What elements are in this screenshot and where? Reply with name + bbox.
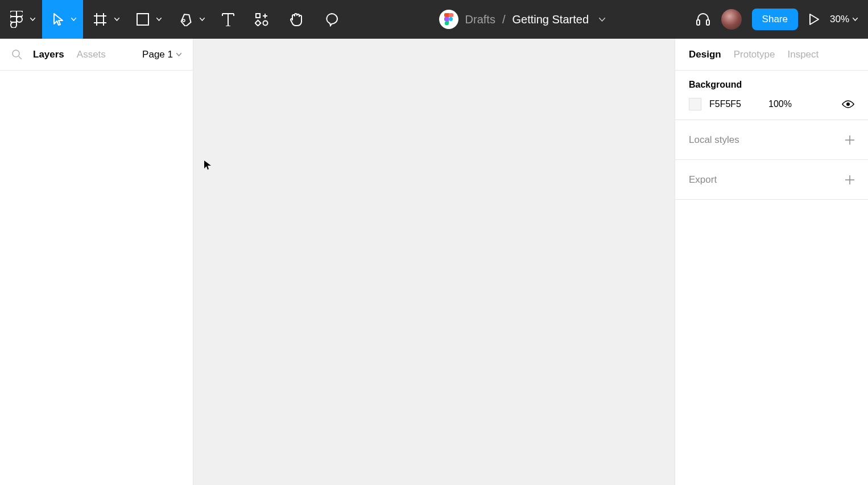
background-section: Background F5F5F5 100% (675, 71, 868, 120)
comment-tool-button[interactable] (314, 0, 349, 39)
add-local-style-button[interactable] (845, 135, 854, 145)
svg-rect-11 (697, 20, 700, 25)
svg-rect-8 (255, 20, 261, 26)
export-label: Export (689, 174, 717, 186)
export-section: Export (675, 160, 868, 200)
chevron-down-icon (30, 18, 35, 21)
svg-rect-7 (256, 14, 260, 18)
resources-button[interactable] (245, 0, 279, 39)
move-tool-button[interactable] (42, 0, 83, 39)
chevron-down-icon (200, 18, 205, 21)
background-label: Background (689, 80, 854, 90)
left-panel-header: Layers Assets Page 1 (0, 39, 193, 71)
toolbar-center-group: Drafts / Getting Started (349, 10, 695, 29)
local-styles-section: Local styles (675, 120, 868, 160)
tab-inspect[interactable]: Inspect (787, 49, 819, 60)
toolbar-right-group: Share 30% (695, 9, 868, 30)
svg-point-9 (263, 21, 268, 26)
breadcrumb[interactable]: Drafts / Getting Started (465, 13, 605, 26)
zoom-value: 30% (830, 14, 849, 25)
share-button[interactable]: Share (752, 9, 798, 30)
tab-assets[interactable]: Assets (77, 49, 106, 60)
cursor-icon (52, 13, 64, 26)
user-avatar[interactable] (721, 9, 742, 30)
left-panel: Layers Assets Page 1 (0, 39, 193, 485)
search-icon[interactable] (11, 49, 23, 60)
svg-point-0 (16, 17, 22, 22)
pen-icon (179, 13, 192, 26)
svg-line-14 (19, 56, 22, 59)
breadcrumb-separator: / (502, 13, 506, 26)
right-panel-tabs: Design Prototype Inspect (675, 39, 868, 71)
present-button[interactable] (808, 13, 820, 26)
main-area: Layers Assets Page 1 Design Prototype In… (0, 39, 868, 485)
frame-icon (93, 13, 107, 26)
tab-layers[interactable]: Layers (33, 49, 64, 60)
hand-tool-button[interactable] (279, 0, 314, 39)
shape-tool-button[interactable] (126, 0, 168, 39)
text-tool-button[interactable] (212, 0, 245, 39)
chevron-down-icon (156, 18, 162, 21)
svg-point-10 (449, 17, 453, 21)
toolbar-left-group (0, 0, 349, 39)
chevron-down-icon (71, 18, 76, 21)
svg-rect-5 (137, 14, 148, 25)
breadcrumb-filename[interactable]: Getting Started (512, 13, 589, 26)
chevron-down-icon (114, 18, 119, 21)
frame-tool-button[interactable] (83, 0, 126, 39)
svg-point-15 (846, 102, 850, 106)
zoom-selector[interactable]: 30% (830, 14, 858, 25)
tab-design[interactable]: Design (689, 49, 721, 60)
hand-icon (289, 12, 304, 27)
background-opacity-input[interactable]: 100% (768, 99, 803, 109)
chevron-down-icon (853, 18, 858, 21)
resources-icon (255, 13, 268, 26)
svg-point-13 (13, 50, 19, 57)
visibility-toggle[interactable] (842, 100, 854, 108)
add-export-button[interactable] (845, 175, 854, 184)
top-toolbar: Drafts / Getting Started Share 30% (0, 0, 868, 39)
main-menu-button[interactable] (0, 0, 42, 39)
svg-point-6 (183, 19, 185, 22)
file-icon[interactable] (439, 10, 458, 29)
page-selector[interactable]: Page 1 (142, 49, 181, 60)
canvas-cursor-icon (204, 160, 212, 170)
chevron-down-icon (176, 53, 181, 56)
right-panel: Design Prototype Inspect Background F5F5… (675, 39, 868, 485)
comment-icon (324, 12, 339, 27)
pen-tool-button[interactable] (168, 0, 212, 39)
rectangle-icon (137, 13, 149, 26)
figma-logo-icon (10, 11, 23, 28)
left-panel-tabs: Layers Assets (33, 49, 132, 60)
local-styles-label: Local styles (689, 134, 739, 146)
page-selector-label: Page 1 (142, 49, 173, 60)
svg-rect-12 (706, 20, 709, 25)
background-row: F5F5F5 100% (689, 98, 854, 110)
text-icon (222, 13, 234, 26)
background-swatch[interactable] (689, 98, 701, 110)
canvas[interactable] (193, 39, 675, 485)
background-hex-input[interactable]: F5F5F5 (709, 99, 760, 109)
tab-prototype[interactable]: Prototype (734, 49, 775, 60)
audio-button[interactable] (695, 11, 711, 27)
breadcrumb-project[interactable]: Drafts (465, 13, 495, 26)
chevron-down-icon[interactable] (599, 18, 605, 22)
